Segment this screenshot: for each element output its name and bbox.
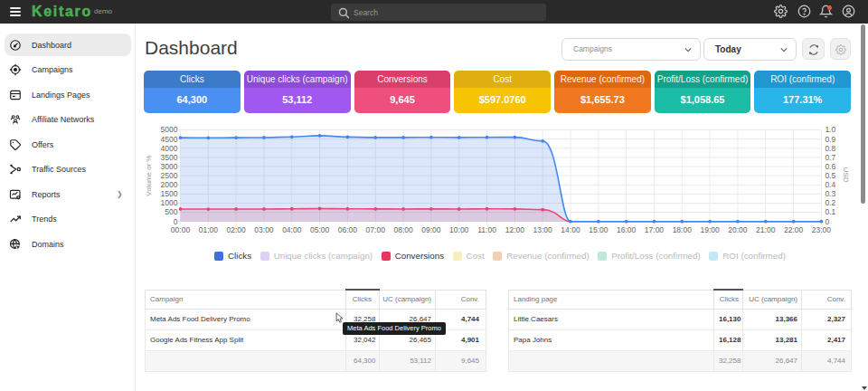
svg-text:0.6: 0.6: [825, 162, 835, 171]
svg-text:USD: USD: [842, 167, 850, 183]
svg-text:12:00: 12:00: [505, 225, 525, 234]
svg-text:0.2: 0.2: [825, 198, 835, 207]
svg-text:5000: 5000: [161, 125, 178, 134]
svg-text:3000: 3000: [161, 162, 178, 171]
svg-text:23:00: 23:00: [812, 225, 832, 234]
svg-text:21:00: 21:00: [756, 225, 776, 234]
svg-text:0.8: 0.8: [825, 144, 835, 153]
svg-text:06:00: 06:00: [338, 225, 358, 234]
svg-text:04:00: 04:00: [282, 225, 302, 234]
svg-text:0.3: 0.3: [825, 189, 835, 198]
svg-text:1500: 1500: [161, 189, 178, 198]
svg-text:2500: 2500: [161, 171, 178, 180]
svg-text:01:00: 01:00: [199, 225, 219, 234]
svg-text:17:00: 17:00: [645, 225, 665, 234]
svg-text:05:00: 05:00: [310, 225, 330, 234]
svg-text:07:00: 07:00: [366, 225, 386, 234]
svg-text:20:00: 20:00: [728, 225, 748, 234]
svg-text:18:00: 18:00: [673, 225, 693, 234]
svg-text:0.9: 0.9: [825, 135, 835, 144]
svg-text:09:00: 09:00: [421, 225, 441, 234]
svg-text:4500: 4500: [161, 135, 178, 144]
svg-text:3500: 3500: [161, 153, 178, 162]
svg-text:500: 500: [165, 207, 177, 216]
svg-text:1.0: 1.0: [825, 125, 835, 134]
svg-text:22:00: 22:00: [784, 225, 804, 234]
svg-text:2000: 2000: [161, 180, 178, 189]
svg-text:0.1: 0.1: [825, 207, 835, 216]
svg-text:0.5: 0.5: [825, 171, 835, 180]
svg-text:Volume or %: Volume or %: [145, 155, 153, 196]
svg-text:16:00: 16:00: [617, 225, 637, 234]
svg-text:19:00: 19:00: [700, 225, 720, 234]
svg-text:0.4: 0.4: [825, 180, 835, 189]
svg-text:4000: 4000: [161, 144, 178, 153]
svg-text:14:00: 14:00: [561, 225, 580, 234]
svg-text:0.7: 0.7: [825, 153, 835, 162]
svg-text:15:00: 15:00: [589, 225, 609, 234]
svg-text:08:00: 08:00: [393, 225, 413, 234]
svg-text:11:00: 11:00: [477, 225, 496, 234]
svg-text:03:00: 03:00: [254, 225, 274, 234]
svg-text:13:00: 13:00: [533, 225, 553, 234]
svg-text:10:00: 10:00: [449, 225, 469, 234]
svg-text:00:00: 00:00: [171, 225, 191, 234]
svg-text:1000: 1000: [161, 198, 178, 207]
svg-text:02:00: 02:00: [227, 225, 247, 234]
